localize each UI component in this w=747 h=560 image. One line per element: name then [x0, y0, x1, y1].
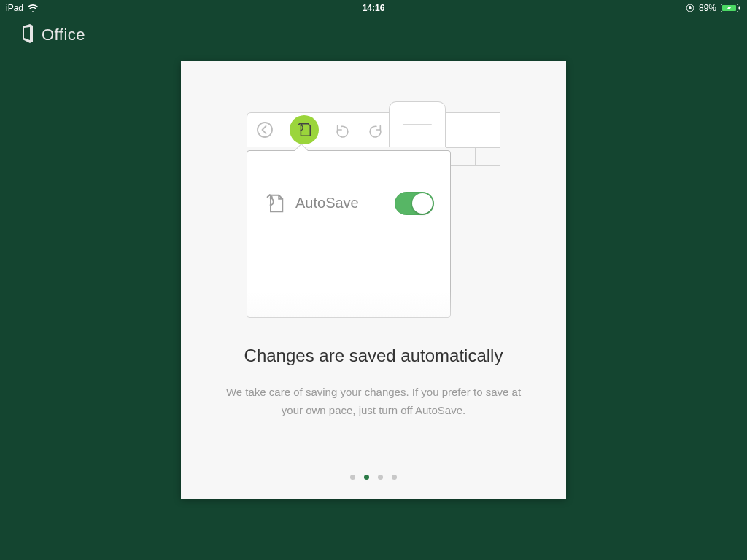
onboarding-body: We take care of saving your changes. If … — [225, 384, 522, 420]
autosave-toggle — [395, 192, 434, 215]
onboarding-headline: Changes are saved automatically — [225, 346, 522, 366]
office-glyph-icon — [20, 24, 36, 46]
page-dot-1[interactable] — [350, 475, 355, 480]
clock: 14:16 — [363, 3, 385, 13]
autosave-label: AutoSave — [295, 195, 395, 211]
page-dot-4[interactable] — [392, 475, 397, 480]
office-wordmark: Office — [42, 26, 85, 44]
battery-percent: 89% — [699, 3, 716, 13]
page-dot-2[interactable] — [364, 475, 369, 480]
illustration-tab — [389, 101, 446, 147]
illustration-toolbar — [247, 112, 500, 147]
pagination-dots[interactable] — [181, 475, 566, 480]
autosave-file-icon — [263, 192, 285, 214]
back-icon — [256, 121, 274, 139]
page-dot-3[interactable] — [378, 475, 383, 480]
save-highlight-icon — [290, 115, 319, 144]
orientation-lock-icon — [686, 4, 694, 12]
device-label: iPad — [6, 3, 23, 13]
svg-point-4 — [258, 122, 272, 137]
svg-rect-3 — [739, 7, 741, 10]
undo-icon — [335, 122, 351, 138]
office-logo: Office — [20, 24, 85, 46]
redo-icon — [367, 122, 383, 138]
status-bar: iPad 14:16 89% — [0, 0, 747, 15]
onboarding-illustration: AutoSave — [181, 61, 566, 353]
onboarding-card: AutoSave Changes are saved automatically… — [181, 61, 566, 499]
wifi-icon — [28, 4, 38, 12]
battery-charging-icon — [721, 4, 741, 12]
